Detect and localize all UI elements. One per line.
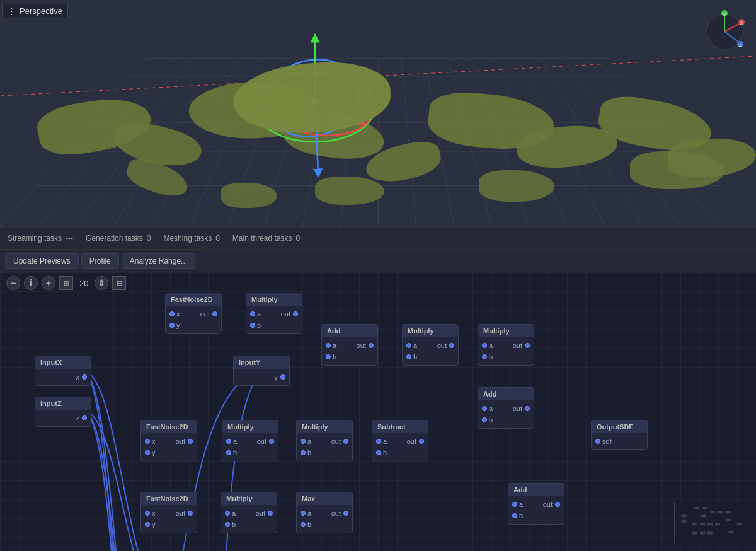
port-in-fastnoise2d_1-y[interactable]: y [169, 322, 180, 329]
port-in-multiply_5-b[interactable]: b [301, 449, 311, 456]
port-in-outputsdf-sdf[interactable]: sdf [595, 438, 612, 445]
analyze-range-button[interactable]: Analyze Range... [122, 253, 195, 269]
port-out-multiply_6-out[interactable]: out [256, 509, 273, 517]
node-outputsdf[interactable]: OutputSDF sdf [591, 420, 648, 450]
port-dot-out[interactable] [82, 415, 87, 420]
node-add_2[interactable]: Add aout b [478, 387, 534, 429]
port-dot-in[interactable] [145, 450, 150, 455]
port-dot-in[interactable] [301, 439, 306, 444]
node-max_1[interactable]: Max aout b [296, 492, 353, 533]
port-in-add_3-b[interactable]: b [512, 512, 523, 519]
port-in-fastnoise2d_3-y[interactable]: y [145, 521, 156, 528]
node-inputx[interactable]: InputXx [35, 356, 91, 386]
port-dot-in[interactable] [226, 450, 231, 455]
port-dot-out[interactable] [343, 511, 348, 516]
port-dot-in[interactable] [482, 417, 487, 422]
port-in-subtract_1-b[interactable]: b [376, 449, 387, 456]
port-in-add_1-b[interactable]: b [326, 353, 336, 361]
port-dot-in[interactable] [482, 343, 487, 348]
node-multiply_4[interactable]: Multiply aout b [222, 420, 278, 461]
grid-button[interactable]: ⊟ [112, 276, 126, 290]
port-dot-out[interactable] [343, 439, 348, 444]
port-out-multiply_4-out[interactable]: out [257, 438, 274, 445]
port-dot-out[interactable] [188, 511, 193, 516]
port-out-subtract_1-out[interactable]: out [407, 438, 424, 445]
node-fastnoise2d_2[interactable]: FastNoise2D xout y [140, 420, 197, 461]
node-inputy[interactable]: InputYy [233, 356, 290, 386]
port-in-max_1-b[interactable]: b [301, 521, 311, 528]
port-out-multiply_5-out[interactable]: out [331, 438, 348, 445]
node-multiply_5[interactable]: Multiply aout b [296, 420, 353, 461]
port-out-add_1-out[interactable]: out [357, 342, 374, 349]
node-multiply_6[interactable]: Multiply aout b [220, 492, 277, 533]
arrange-button[interactable]: ⊞ [59, 276, 73, 290]
port-dot-in[interactable] [595, 439, 600, 444]
port-in-fastnoise2d_1-x[interactable]: x [169, 310, 180, 318]
port-dot-out[interactable] [525, 343, 530, 348]
port-in-multiply_3-a[interactable]: a [482, 342, 493, 349]
port-in-subtract_1-a[interactable]: a [376, 438, 387, 445]
node-add_1[interactable]: Add aout b [321, 324, 378, 366]
port-dot-in[interactable] [326, 343, 331, 348]
port-in-multiply_2-a[interactable]: a [406, 342, 417, 349]
port-dot-out[interactable] [280, 374, 285, 380]
port-dot-in[interactable] [145, 439, 150, 444]
port-out-inputz-z[interactable]: z [76, 414, 88, 422]
port-in-multiply_1-a[interactable]: a [250, 310, 261, 318]
port-in-multiply_5-a[interactable]: a [301, 438, 311, 445]
port-in-multiply_2-b[interactable]: b [406, 353, 417, 361]
port-in-multiply_4-a[interactable]: a [226, 438, 237, 445]
port-dot-in[interactable] [406, 343, 411, 348]
port-dot-out[interactable] [293, 311, 298, 316]
port-dot-out[interactable] [212, 311, 217, 316]
perspective-label[interactable]: ⋮ Perspective [2, 4, 68, 18]
port-dot-out[interactable] [268, 511, 273, 516]
port-in-fastnoise2d_2-x[interactable]: x [145, 438, 156, 445]
port-in-multiply_6-b[interactable]: b [225, 521, 236, 528]
update-previews-button[interactable]: Update Previews [5, 253, 79, 269]
port-dot-out[interactable] [269, 439, 274, 444]
port-in-add_2-b[interactable]: b [482, 416, 493, 424]
port-out-add_3-out[interactable]: out [543, 501, 560, 508]
port-dot-in[interactable] [482, 354, 487, 359]
port-dot-in[interactable] [226, 439, 231, 444]
3d-viewport[interactable]: ⋮ Perspective Y X Z [0, 0, 756, 227]
port-dot-out[interactable] [82, 374, 87, 380]
zoom-out-button[interactable]: − [6, 276, 20, 290]
node-multiply_2[interactable]: Multiply aout b [402, 324, 459, 366]
info-button[interactable]: i [24, 276, 38, 290]
port-in-multiply_6-a[interactable]: a [225, 509, 236, 517]
node-fastnoise2d_1[interactable]: FastNoise2D xout y [165, 293, 222, 334]
port-dot-out[interactable] [369, 343, 374, 348]
port-dot-out[interactable] [449, 343, 454, 348]
port-in-add_1-a[interactable]: a [326, 342, 336, 349]
port-dot-in[interactable] [169, 323, 175, 328]
port-in-multiply_3-b[interactable]: b [482, 353, 493, 361]
node-multiply_3[interactable]: Multiply aout b [478, 324, 534, 366]
port-out-fastnoise2d_1-out[interactable]: out [200, 310, 217, 318]
port-dot-out[interactable] [419, 439, 424, 444]
port-dot-in[interactable] [145, 511, 150, 516]
node-inputz[interactable]: InputZz [35, 397, 91, 427]
port-dot-in[interactable] [301, 450, 306, 455]
port-in-multiply_4-b[interactable]: b [226, 449, 237, 456]
port-in-add_2-a[interactable]: a [482, 405, 493, 412]
port-dot-out[interactable] [525, 406, 530, 411]
port-out-inputy-y[interactable]: y [275, 373, 286, 381]
port-dot-in[interactable] [301, 522, 306, 527]
port-dot-in[interactable] [250, 311, 255, 316]
port-out-add_2-out[interactable]: out [513, 405, 530, 412]
port-dot-in[interactable] [482, 406, 487, 411]
node-editor[interactable]: − i + ⊞ 20 ⇕ ⊟ .conn { fill: none; strok… [0, 272, 756, 551]
port-dot-in[interactable] [512, 513, 517, 518]
port-out-multiply_2-out[interactable]: out [437, 342, 454, 349]
port-dot-in[interactable] [250, 323, 255, 328]
port-dot-in[interactable] [225, 522, 230, 527]
port-out-max_1-out[interactable]: out [331, 509, 348, 517]
port-dot-in[interactable] [376, 450, 381, 455]
node-add_3[interactable]: Add aout b [508, 483, 564, 525]
port-out-inputx-x[interactable]: x [76, 373, 88, 381]
port-in-fastnoise2d_2-y[interactable]: y [145, 449, 156, 456]
port-out-multiply_1-out[interactable]: out [281, 310, 298, 318]
zoom-in-button[interactable]: + [42, 276, 55, 290]
